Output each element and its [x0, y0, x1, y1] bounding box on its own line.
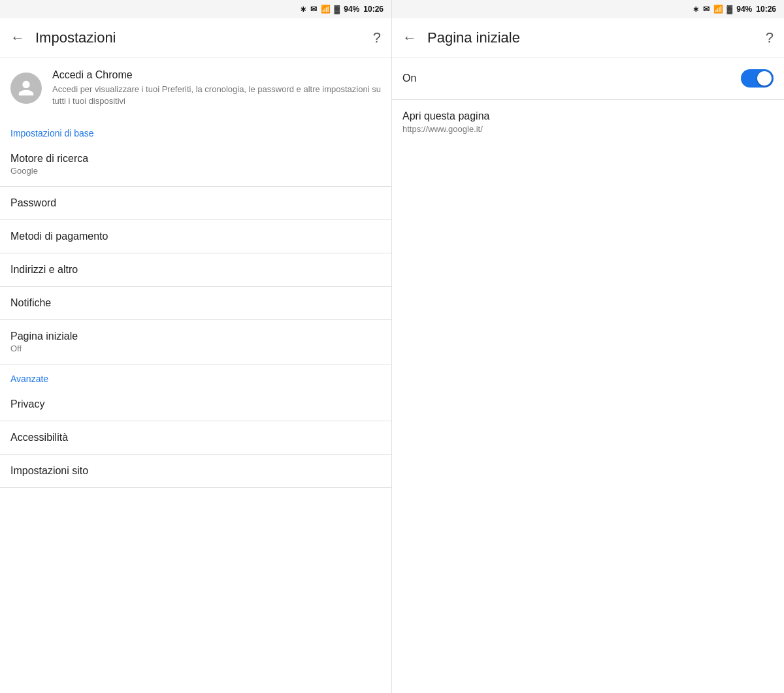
- settings-item-3[interactable]: Metodi di pagamento: [0, 220, 391, 253]
- settings-item-5[interactable]: Notifiche: [0, 287, 391, 320]
- battery-text-left: 94%: [344, 5, 359, 14]
- open-page-item[interactable]: Apri questa pagina https://www.google.it…: [392, 100, 784, 144]
- signin-description: Accedi per visualizzare i tuoi Preferiti…: [52, 84, 381, 107]
- left-panel: ∗ ✉ 📶 ▓ 94% 10:26 ← Impostazioni ?: [0, 0, 392, 693]
- item-title-6: Pagina iniziale: [10, 330, 381, 342]
- settings-sections: Impostazioni di baseMotore di ricercaGoo…: [0, 119, 391, 488]
- bluetooth-icon: ∗: [300, 5, 306, 14]
- avatar: [10, 73, 42, 104]
- right-panel: ∗ ✉ 📶 ▓ 94% 10:26 ← Pagina iniziale ? On…: [392, 0, 784, 693]
- page-title-right: Pagina iniziale: [427, 29, 766, 46]
- toggle-label: On: [402, 73, 416, 84]
- section-label-0: Impostazioni di base: [0, 119, 391, 142]
- user-icon: [17, 79, 35, 97]
- open-page-title: Apri questa pagina: [402, 110, 774, 122]
- settings-item-6[interactable]: Pagina inizialeOff: [0, 320, 391, 364]
- signin-row[interactable]: Accedi a Chrome Accedi per visualizzare …: [0, 57, 391, 119]
- wifi-icon-r: 📶: [713, 5, 723, 14]
- settings-item-9[interactable]: Accessibilità: [0, 421, 391, 455]
- settings-item-1[interactable]: Motore di ricercaGoogle: [0, 142, 391, 187]
- settings-content: Accedi a Chrome Accedi per visualizzare …: [0, 57, 391, 693]
- battery-text-right: 94%: [736, 5, 752, 14]
- pagina-iniziale-header: ← Pagina iniziale ?: [392, 18, 784, 57]
- open-page-url: https://www.google.it/: [402, 124, 774, 134]
- pagina-iniziale-content: On Apri questa pagina https://www.google…: [392, 57, 784, 693]
- clock-right: 10:26: [756, 5, 776, 14]
- toggle-row[interactable]: On: [392, 57, 784, 100]
- item-sub-6: Off: [10, 344, 381, 353]
- back-button-right[interactable]: ←: [402, 29, 417, 46]
- item-sub-1: Google: [10, 166, 381, 176]
- help-button-right[interactable]: ?: [766, 29, 774, 46]
- wifi-icon: 📶: [321, 5, 331, 14]
- item-title-5: Notifiche: [10, 297, 381, 309]
- mail-icon-r: ✉: [703, 5, 710, 14]
- signal-icon: ▓: [335, 5, 340, 14]
- settings-item-10[interactable]: Impostazioni sito: [0, 455, 391, 488]
- toggle-switch[interactable]: [741, 69, 774, 88]
- settings-item-4[interactable]: Indirizzi e altro: [0, 253, 391, 287]
- page-title-left: Impostazioni: [35, 29, 373, 46]
- item-title-8: Privacy: [10, 398, 381, 410]
- settings-item-2[interactable]: Password: [0, 187, 391, 220]
- item-title-2: Password: [10, 197, 381, 209]
- bluetooth-icon-r: ∗: [693, 5, 699, 14]
- item-title-4: Indirizzi e altro: [10, 264, 381, 276]
- item-title-9: Accessibilità: [10, 432, 381, 443]
- settings-header: ← Impostazioni ?: [0, 18, 391, 57]
- item-title-10: Impostazioni sito: [10, 465, 381, 477]
- signal-icon-r: ▓: [727, 5, 733, 14]
- settings-item-8[interactable]: Privacy: [0, 388, 391, 421]
- section-label-7: Avanzate: [0, 364, 391, 388]
- signin-text: Accedi a Chrome Accedi per visualizzare …: [52, 69, 381, 107]
- help-button-left[interactable]: ?: [373, 29, 381, 46]
- mail-icon: ✉: [310, 5, 317, 14]
- signin-title: Accedi a Chrome: [52, 69, 381, 81]
- item-title-3: Metodi di pagamento: [10, 231, 381, 242]
- clock-left: 10:26: [363, 5, 384, 14]
- item-title-1: Motore di ricerca: [10, 153, 381, 165]
- status-bar-left: ∗ ✉ 📶 ▓ 94% 10:26: [0, 0, 391, 18]
- status-bar-right: ∗ ✉ 📶 ▓ 94% 10:26: [392, 0, 784, 18]
- back-button-left[interactable]: ←: [10, 29, 25, 46]
